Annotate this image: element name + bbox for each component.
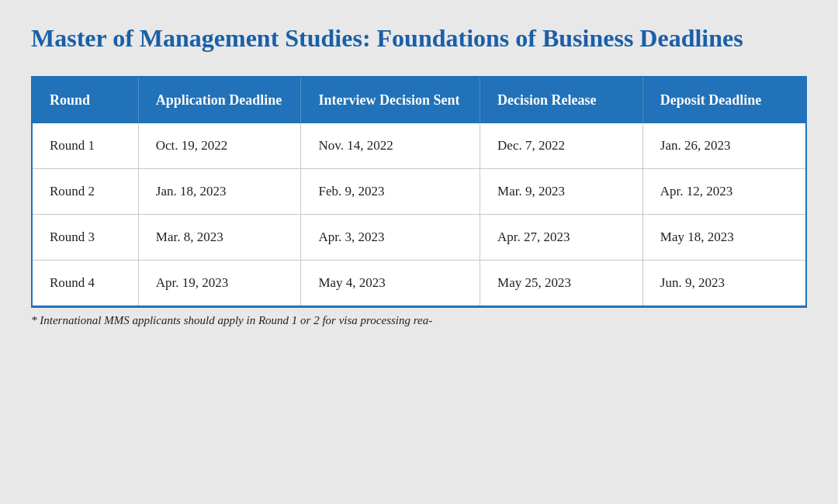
cell-3-deposit: Jun. 9, 2023 <box>642 261 805 306</box>
cell-3-interview: May 4, 2023 <box>301 261 480 306</box>
table-row: Round 3Mar. 8, 2023Apr. 3, 2023Apr. 27, … <box>33 215 805 261</box>
cell-2-round: Round 3 <box>33 215 138 261</box>
cell-3-decision: May 25, 2023 <box>480 261 643 306</box>
header-round: Round <box>33 78 138 123</box>
header-application: Application Deadline <box>138 78 301 123</box>
deadlines-table: Round Application Deadline Interview Dec… <box>33 78 805 306</box>
table-row: Round 4Apr. 19, 2023May 4, 2023May 25, 2… <box>33 261 805 306</box>
page-container: Master of Management Studies: Foundation… <box>0 0 838 504</box>
cell-3-application: Apr. 19, 2023 <box>138 261 301 306</box>
cell-1-decision: Mar. 9, 2023 <box>480 168 643 214</box>
header-decision: Decision Release <box>480 78 643 123</box>
table-header-row: Round Application Deadline Interview Dec… <box>33 78 805 123</box>
footnote: * International MMS applicants should ap… <box>31 314 807 327</box>
cell-2-deposit: May 18, 2023 <box>642 215 805 261</box>
table-wrapper: Round Application Deadline Interview Dec… <box>31 76 807 308</box>
cell-0-interview: Nov. 14, 2022 <box>301 123 480 169</box>
cell-3-round: Round 4 <box>33 261 138 306</box>
cell-0-round: Round 1 <box>33 123 138 169</box>
page-title: Master of Management Studies: Foundation… <box>31 23 807 53</box>
cell-2-application: Mar. 8, 2023 <box>138 215 301 261</box>
cell-0-application: Oct. 19, 2022 <box>138 123 301 169</box>
cell-1-deposit: Apr. 12, 2023 <box>642 168 805 214</box>
cell-0-decision: Dec. 7, 2022 <box>480 123 643 169</box>
cell-0-deposit: Jan. 26, 2023 <box>642 123 805 169</box>
cell-1-interview: Feb. 9, 2023 <box>301 168 480 214</box>
table-row: Round 2Jan. 18, 2023Feb. 9, 2023Mar. 9, … <box>33 168 805 214</box>
cell-2-decision: Apr. 27, 2023 <box>480 215 643 261</box>
cell-1-application: Jan. 18, 2023 <box>138 168 301 214</box>
cell-1-round: Round 2 <box>33 168 138 214</box>
cell-2-interview: Apr. 3, 2023 <box>301 215 480 261</box>
table-row: Round 1Oct. 19, 2022Nov. 14, 2022Dec. 7,… <box>33 123 805 169</box>
header-interview: Interview Decision Sent <box>301 78 480 123</box>
header-deposit: Deposit Deadline <box>642 78 805 123</box>
